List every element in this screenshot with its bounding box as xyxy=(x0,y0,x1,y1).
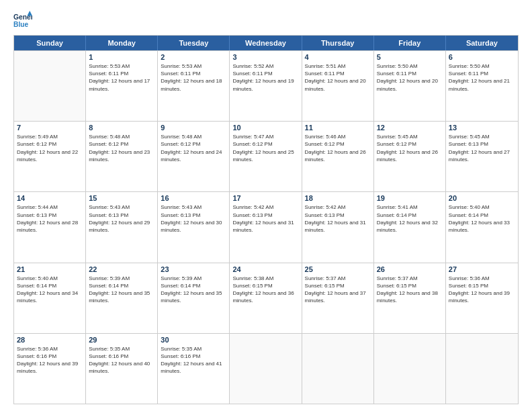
sunrise-text: Sunrise: 5:43 AM xyxy=(161,203,226,211)
daylight-text: Daylight: 12 hours and 40 minutes. xyxy=(89,360,154,375)
calendar-row: 28Sunrise: 5:36 AMSunset: 6:16 PMDayligh… xyxy=(14,333,518,404)
day-number: 13 xyxy=(449,124,515,132)
calendar-cell: 29Sunrise: 5:35 AMSunset: 6:16 PMDayligh… xyxy=(86,334,158,404)
calendar-row: 14Sunrise: 5:44 AMSunset: 6:13 PMDayligh… xyxy=(14,191,518,262)
calendar-cell: 5Sunrise: 5:50 AMSunset: 6:11 PMDaylight… xyxy=(374,51,446,121)
daylight-text: Daylight: 12 hours and 21 minutes. xyxy=(449,77,515,92)
calendar-cell: 15Sunrise: 5:43 AMSunset: 6:13 PMDayligh… xyxy=(86,192,158,262)
sunrise-text: Sunrise: 5:48 AM xyxy=(161,133,226,140)
sunset-text: Sunset: 6:15 PM xyxy=(305,282,371,289)
calendar-cell: 27Sunrise: 5:36 AMSunset: 6:15 PMDayligh… xyxy=(446,263,518,333)
day-number: 29 xyxy=(89,336,154,344)
calendar-cell: 22Sunrise: 5:39 AMSunset: 6:14 PMDayligh… xyxy=(86,263,158,333)
sunrise-text: Sunrise: 5:35 AM xyxy=(161,345,226,353)
sunset-text: Sunset: 6:14 PM xyxy=(161,282,226,289)
calendar-cell: 20Sunrise: 5:40 AMSunset: 6:14 PMDayligh… xyxy=(446,192,518,262)
calendar-cell: 23Sunrise: 5:39 AMSunset: 6:14 PMDayligh… xyxy=(158,263,230,333)
day-number: 7 xyxy=(17,124,83,132)
daylight-text: Daylight: 12 hours and 29 minutes. xyxy=(89,219,154,234)
calendar-cell xyxy=(302,334,374,404)
daylight-text: Daylight: 12 hours and 31 minutes. xyxy=(305,219,371,234)
day-number: 3 xyxy=(232,53,298,61)
calendar-cell: 24Sunrise: 5:38 AMSunset: 6:15 PMDayligh… xyxy=(230,263,302,333)
day-number: 1 xyxy=(89,53,154,61)
sunrise-text: Sunrise: 5:39 AM xyxy=(89,275,154,282)
calendar-cell: 26Sunrise: 5:37 AMSunset: 6:15 PMDayligh… xyxy=(374,263,446,333)
sunrise-text: Sunrise: 5:47 AM xyxy=(232,133,298,140)
daylight-text: Daylight: 12 hours and 23 minutes. xyxy=(89,148,154,163)
calendar-cell: 16Sunrise: 5:43 AMSunset: 6:13 PMDayligh… xyxy=(158,192,230,262)
sunrise-text: Sunrise: 5:45 AM xyxy=(377,133,443,140)
daylight-text: Daylight: 12 hours and 25 minutes. xyxy=(232,148,298,163)
daylight-text: Daylight: 12 hours and 17 minutes. xyxy=(89,77,154,92)
sunset-text: Sunset: 6:16 PM xyxy=(89,353,154,360)
sunset-text: Sunset: 6:11 PM xyxy=(449,70,515,77)
daylight-text: Daylight: 12 hours and 31 minutes. xyxy=(232,219,298,234)
day-number: 4 xyxy=(305,53,371,61)
calendar-cell: 6Sunrise: 5:50 AMSunset: 6:11 PMDaylight… xyxy=(446,51,518,121)
sunset-text: Sunset: 6:14 PM xyxy=(89,282,154,289)
sunset-text: Sunset: 6:11 PM xyxy=(377,70,443,77)
sunset-text: Sunset: 6:14 PM xyxy=(449,212,515,219)
sunrise-text: Sunrise: 5:53 AM xyxy=(161,62,226,70)
calendar-cell xyxy=(14,51,86,121)
day-number: 21 xyxy=(17,265,83,273)
calendar-cell: 9Sunrise: 5:48 AMSunset: 6:12 PMDaylight… xyxy=(158,122,230,191)
sunrise-text: Sunrise: 5:37 AM xyxy=(305,275,371,282)
daylight-text: Daylight: 12 hours and 20 minutes. xyxy=(377,77,443,92)
day-number: 16 xyxy=(161,194,226,202)
daylight-text: Daylight: 12 hours and 26 minutes. xyxy=(377,148,443,163)
daylight-text: Daylight: 12 hours and 33 minutes. xyxy=(449,219,515,234)
sunrise-text: Sunrise: 5:38 AM xyxy=(232,275,298,282)
daylight-text: Daylight: 12 hours and 18 minutes. xyxy=(161,77,226,92)
daylight-text: Daylight: 12 hours and 41 minutes. xyxy=(161,360,226,375)
sunset-text: Sunset: 6:15 PM xyxy=(232,282,298,289)
daylight-text: Daylight: 12 hours and 37 minutes. xyxy=(305,289,371,304)
sunrise-text: Sunrise: 5:51 AM xyxy=(305,62,371,70)
calendar-cell: 11Sunrise: 5:46 AMSunset: 6:12 PMDayligh… xyxy=(302,122,374,191)
sunset-text: Sunset: 6:11 PM xyxy=(305,70,371,77)
sunrise-text: Sunrise: 5:35 AM xyxy=(89,345,154,353)
calendar-cell: 2Sunrise: 5:53 AMSunset: 6:11 PMDaylight… xyxy=(158,51,230,121)
day-number: 15 xyxy=(89,194,154,202)
sunset-text: Sunset: 6:12 PM xyxy=(17,140,83,148)
sunrise-text: Sunrise: 5:50 AM xyxy=(449,62,515,70)
calendar-cell: 8Sunrise: 5:48 AMSunset: 6:12 PMDaylight… xyxy=(86,122,158,191)
header-day: Saturday xyxy=(446,36,518,50)
calendar-cell: 21Sunrise: 5:40 AMSunset: 6:14 PMDayligh… xyxy=(14,263,86,333)
sunrise-text: Sunrise: 5:40 AM xyxy=(17,275,83,282)
sunset-text: Sunset: 6:16 PM xyxy=(161,353,226,360)
daylight-text: Daylight: 12 hours and 34 minutes. xyxy=(17,289,83,304)
calendar-cell: 12Sunrise: 5:45 AMSunset: 6:12 PMDayligh… xyxy=(374,122,446,191)
sunset-text: Sunset: 6:13 PM xyxy=(17,212,83,219)
sunrise-text: Sunrise: 5:36 AM xyxy=(449,275,515,282)
day-number: 6 xyxy=(449,53,515,61)
sunset-text: Sunset: 6:15 PM xyxy=(449,282,515,289)
day-number: 26 xyxy=(377,265,443,273)
daylight-text: Daylight: 12 hours and 36 minutes. xyxy=(232,289,298,304)
header-day: Friday xyxy=(374,36,446,50)
daylight-text: Daylight: 12 hours and 27 minutes. xyxy=(449,148,515,163)
calendar-cell: 10Sunrise: 5:47 AMSunset: 6:12 PMDayligh… xyxy=(230,122,302,191)
svg-text:Blue: Blue xyxy=(13,21,29,28)
day-number: 23 xyxy=(161,265,226,273)
sunrise-text: Sunrise: 5:43 AM xyxy=(89,203,154,211)
sunset-text: Sunset: 6:11 PM xyxy=(161,70,226,77)
day-number: 10 xyxy=(232,124,298,132)
sunset-text: Sunset: 6:13 PM xyxy=(89,212,154,219)
calendar-cell: 13Sunrise: 5:45 AMSunset: 6:13 PMDayligh… xyxy=(446,122,518,191)
calendar-cell: 18Sunrise: 5:42 AMSunset: 6:13 PMDayligh… xyxy=(302,192,374,262)
sunset-text: Sunset: 6:13 PM xyxy=(161,212,226,219)
daylight-text: Daylight: 12 hours and 20 minutes. xyxy=(305,77,371,92)
day-number: 24 xyxy=(232,265,298,273)
daylight-text: Daylight: 12 hours and 26 minutes. xyxy=(305,148,371,163)
sunset-text: Sunset: 6:13 PM xyxy=(305,212,371,219)
calendar-cell xyxy=(446,334,518,404)
sunrise-text: Sunrise: 5:37 AM xyxy=(377,275,443,282)
sunrise-text: Sunrise: 5:48 AM xyxy=(89,133,154,140)
sunset-text: Sunset: 6:13 PM xyxy=(232,212,298,219)
header-day: Thursday xyxy=(302,36,374,50)
day-number: 17 xyxy=(232,194,298,202)
calendar-row: 21Sunrise: 5:40 AMSunset: 6:14 PMDayligh… xyxy=(14,263,518,333)
daylight-text: Daylight: 12 hours and 28 minutes. xyxy=(17,219,83,234)
